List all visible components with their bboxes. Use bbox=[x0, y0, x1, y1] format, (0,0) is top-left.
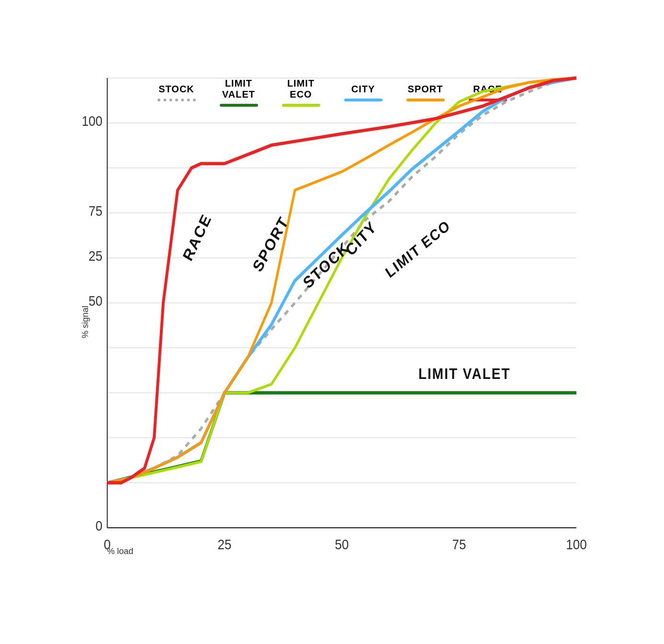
limit-eco-curve-label: LIMIT ECO bbox=[383, 217, 453, 281]
chart-container: % signal % load 0 50 75 bbox=[69, 59, 596, 585]
svg-text:100: 100 bbox=[566, 537, 586, 553]
race-curve-label: RACE bbox=[180, 211, 214, 264]
x-axis-label: % load bbox=[107, 546, 134, 556]
limit-valet-curve-label: LIMIT VALET bbox=[418, 365, 511, 382]
svg-text:0: 0 bbox=[95, 518, 102, 533]
main-chart-svg: 0 50 75 100 25 0 25 50 75 100 bbox=[107, 78, 576, 528]
limit-eco-curve bbox=[107, 78, 576, 483]
y-axis-label: % signal bbox=[80, 306, 90, 338]
svg-text:75: 75 bbox=[452, 537, 466, 553]
sport-curve-label: SPORT bbox=[249, 213, 292, 275]
chart-area: 0 50 75 100 25 0 25 50 75 100 bbox=[107, 78, 576, 528]
svg-text:50: 50 bbox=[89, 293, 102, 309]
x-axis-ticks: 0 25 50 75 100 bbox=[103, 537, 586, 553]
svg-text:0: 0 bbox=[103, 537, 110, 553]
svg-text:25: 25 bbox=[89, 248, 102, 264]
city-curve bbox=[107, 78, 576, 483]
race-curve bbox=[107, 78, 576, 483]
svg-text:25: 25 bbox=[217, 537, 231, 553]
svg-text:50: 50 bbox=[335, 537, 349, 553]
stock-curve bbox=[107, 78, 576, 483]
grid-lines-horizontal bbox=[107, 78, 576, 528]
stock-curve-label: STOCK bbox=[300, 238, 352, 292]
svg-text:75: 75 bbox=[89, 203, 102, 219]
svg-text:100: 100 bbox=[81, 113, 102, 129]
sport-curve bbox=[107, 78, 576, 483]
